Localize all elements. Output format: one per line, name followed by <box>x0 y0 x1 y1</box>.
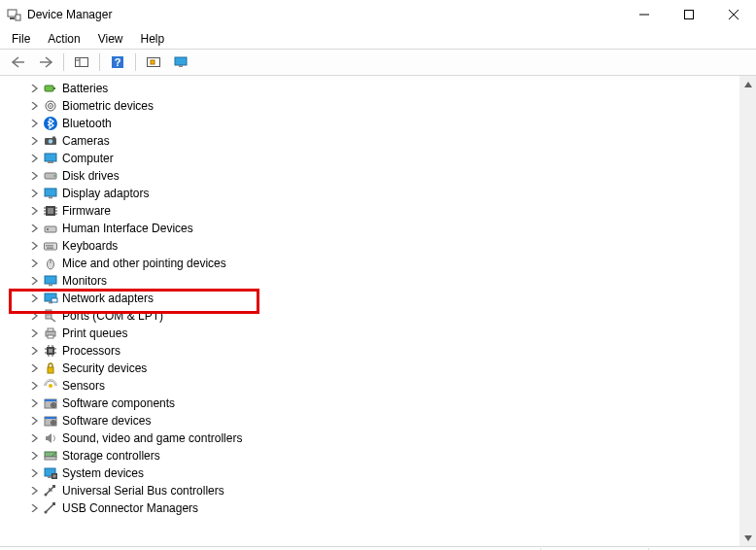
tree-item-sensor[interactable]: Sensors <box>0 377 739 395</box>
tree-item-security[interactable]: Security devices <box>0 360 739 377</box>
tree-item-usb[interactable]: Universal Serial Bus controllers <box>0 482 739 499</box>
expand-chevron-icon[interactable] <box>29 85 41 92</box>
svg-rect-24 <box>52 137 55 139</box>
device-tree[interactable]: BatteriesBiometric devicesBluetoothCamer… <box>0 76 739 546</box>
firmware-icon <box>43 203 58 219</box>
scroll-down-button[interactable] <box>739 530 756 546</box>
expand-chevron-icon[interactable] <box>29 382 41 390</box>
tree-item-storage[interactable]: Storage controllers <box>0 447 739 464</box>
tree-item-label: Firmware <box>62 204 111 218</box>
help-button[interactable]: ? <box>105 51 130 74</box>
svg-rect-4 <box>685 11 694 19</box>
svg-rect-53 <box>52 298 57 302</box>
menu-file[interactable]: File <box>4 30 38 48</box>
expand-chevron-icon[interactable] <box>29 399 41 407</box>
tree-item-network[interactable]: Network adapters <box>0 290 739 307</box>
biometric-icon <box>43 98 58 114</box>
tree-item-label: Display adaptors <box>62 187 149 200</box>
tree-item-battery[interactable]: Batteries <box>0 80 739 97</box>
usbconn-icon <box>43 500 58 516</box>
tree-item-camera[interactable]: Cameras <box>0 132 739 150</box>
svg-rect-46 <box>47 248 53 249</box>
printer-icon <box>43 326 58 341</box>
tree-item-hid[interactable]: Human Interface Devices <box>0 220 739 237</box>
svg-rect-29 <box>45 189 56 196</box>
expand-chevron-icon[interactable] <box>29 347 41 355</box>
expand-chevron-icon[interactable] <box>29 487 41 495</box>
expand-chevron-icon[interactable] <box>29 469 41 477</box>
expand-chevron-icon[interactable] <box>29 102 41 110</box>
tree-item-display[interactable]: Display adaptors <box>0 185 739 202</box>
scroll-up-button[interactable] <box>739 76 756 92</box>
svg-rect-79 <box>45 417 56 419</box>
expand-chevron-icon[interactable] <box>29 364 41 372</box>
expand-chevron-icon[interactable] <box>29 294 41 302</box>
expand-chevron-icon[interactable] <box>29 312 41 320</box>
tree-item-firmware[interactable]: Firmware <box>0 202 739 220</box>
tree-item-swcomp[interactable]: Software components <box>0 395 739 412</box>
ports-icon <box>43 308 58 324</box>
tree-item-system[interactable]: System devices <box>0 464 739 482</box>
svg-rect-50 <box>49 284 52 286</box>
usb-icon <box>43 483 58 498</box>
menu-action[interactable]: Action <box>40 30 87 48</box>
tree-item-disk[interactable]: Disk drives <box>0 167 739 185</box>
expand-chevron-icon[interactable] <box>29 172 41 180</box>
tree-item-swdev[interactable]: Software devices <box>0 412 739 430</box>
expand-chevron-icon[interactable] <box>29 155 41 162</box>
monitor-button[interactable] <box>168 51 193 74</box>
close-button[interactable] <box>711 0 756 29</box>
tree-item-label: Ports (COM & LPT) <box>62 309 163 323</box>
expand-chevron-icon[interactable] <box>29 329 41 337</box>
tree-item-monitor[interactable]: Monitors <box>0 272 739 290</box>
expand-chevron-icon[interactable] <box>29 137 41 145</box>
tree-item-keyboard[interactable]: Keyboards <box>0 237 739 255</box>
menu-help[interactable]: Help <box>133 30 173 48</box>
svg-rect-15 <box>179 65 183 67</box>
scan-hardware-button[interactable] <box>141 51 166 74</box>
svg-point-55 <box>47 312 48 313</box>
battery-icon <box>43 81 58 96</box>
tree-item-ports[interactable]: Ports (COM & LPT) <box>0 307 739 325</box>
menu-view[interactable]: View <box>90 30 131 48</box>
expand-chevron-icon[interactable] <box>29 242 41 250</box>
tree-item-label: Print queues <box>62 327 127 340</box>
svg-rect-17 <box>53 87 55 89</box>
svg-rect-2 <box>16 15 20 20</box>
expand-chevron-icon[interactable] <box>29 189 41 197</box>
network-icon <box>43 291 58 306</box>
expand-chevron-icon[interactable] <box>29 120 41 127</box>
tree-item-bluetooth[interactable]: Bluetooth <box>0 115 739 132</box>
tree-item-printer[interactable]: Print queues <box>0 325 739 342</box>
tree-item-sound[interactable]: Sound, video and game controllers <box>0 430 739 447</box>
tree-item-computer[interactable]: Computer <box>0 150 739 167</box>
expand-chevron-icon[interactable] <box>29 452 41 460</box>
tree-item-mouse[interactable]: Mice and other pointing devices <box>0 255 739 272</box>
svg-rect-13 <box>151 60 155 64</box>
tree-item-processor[interactable]: Processors <box>0 342 739 360</box>
expand-chevron-icon[interactable] <box>29 504 41 512</box>
show-hide-pane-button[interactable] <box>69 51 94 74</box>
svg-point-57 <box>47 314 48 315</box>
maximize-button[interactable] <box>667 0 711 29</box>
expand-chevron-icon[interactable] <box>29 207 41 215</box>
minimize-button[interactable] <box>622 0 667 29</box>
expand-chevron-icon[interactable] <box>29 259 41 267</box>
expand-chevron-icon[interactable] <box>29 224 41 232</box>
expand-chevron-icon[interactable] <box>29 434 41 442</box>
tree-item-label: Batteries <box>62 82 108 95</box>
vertical-scrollbar[interactable] <box>739 76 756 546</box>
tree-item-label: Disk drives <box>62 169 120 183</box>
forward-button[interactable] <box>33 51 58 74</box>
svg-rect-16 <box>45 86 53 91</box>
svg-point-58 <box>49 314 50 315</box>
expand-chevron-icon[interactable] <box>29 417 41 425</box>
scroll-track[interactable] <box>739 92 756 530</box>
tree-item-label: Security devices <box>62 361 147 375</box>
tree-item-label: Monitors <box>62 274 107 288</box>
tree-item-biometric[interactable]: Biometric devices <box>0 97 739 115</box>
svg-rect-72 <box>48 367 53 373</box>
back-button[interactable] <box>6 51 31 74</box>
expand-chevron-icon[interactable] <box>29 277 41 285</box>
tree-item-usbconn[interactable]: USB Connector Managers <box>0 499 739 517</box>
